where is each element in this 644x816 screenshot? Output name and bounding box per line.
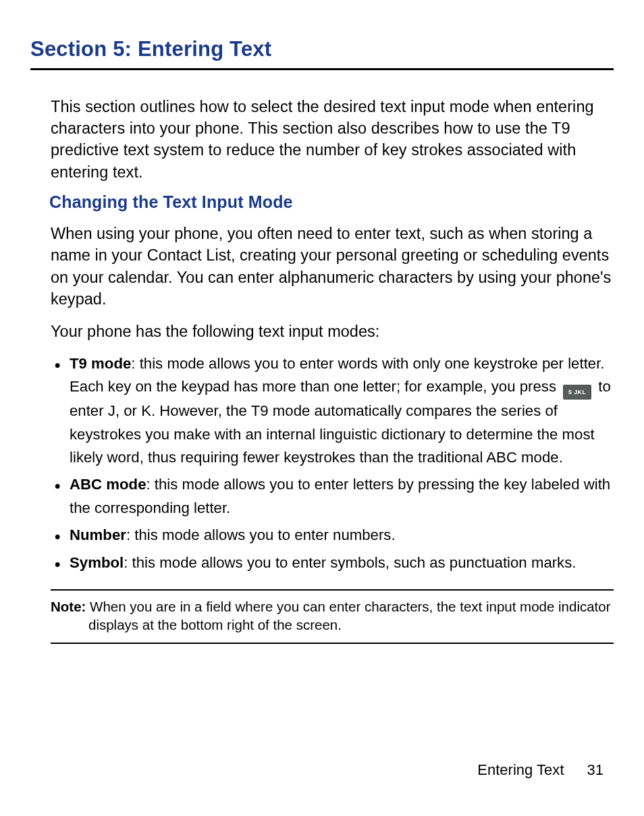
body-paragraph-1: When using your phone, you often need to… (51, 223, 614, 310)
keypad-5-icon: 5 JKL (563, 385, 591, 400)
title-divider (30, 68, 614, 70)
abc-text: : this mode allows you to enter letters … (70, 476, 610, 516)
page: Section 5: Entering Text This section ou… (0, 0, 644, 816)
list-item-t9: T9 mode: this mode allows you to enter w… (52, 352, 614, 470)
symbol-text: : this mode allows you to enter symbols,… (124, 554, 576, 571)
number-text: : this mode allows you to enter numbers. (126, 526, 396, 543)
symbol-label: Symbol (70, 554, 124, 571)
list-item-abc: ABC mode: this mode allows you to enter … (52, 473, 614, 520)
number-label: Number (70, 526, 126, 543)
footer-page-number: 31 (587, 761, 603, 779)
body-paragraph-2: Your phone has the following text input … (51, 321, 614, 342)
note-label: Note: (51, 599, 86, 614)
sub-heading: Changing the Text Input Mode (49, 192, 614, 212)
list-item-number: Number: this mode allows you to enter nu… (52, 524, 614, 547)
note-text: When you are in a field where you can en… (86, 599, 610, 632)
mode-list: T9 mode: this mode allows you to enter w… (52, 352, 614, 574)
intro-paragraph: This section outlines how to select the … (51, 96, 614, 183)
section-title: Section 5: Entering Text (30, 37, 614, 61)
footer-section-name: Entering Text (477, 761, 564, 779)
list-item-symbol: Symbol: this mode allows you to enter sy… (52, 551, 614, 574)
t9-text-pre: : this mode allows you to enter words wi… (70, 355, 605, 395)
page-footer: Entering Text 31 (477, 761, 603, 779)
note-block: Note: When you are in a field where you … (51, 589, 614, 644)
abc-label: ABC mode (70, 476, 146, 493)
t9-label: T9 mode (70, 355, 131, 372)
